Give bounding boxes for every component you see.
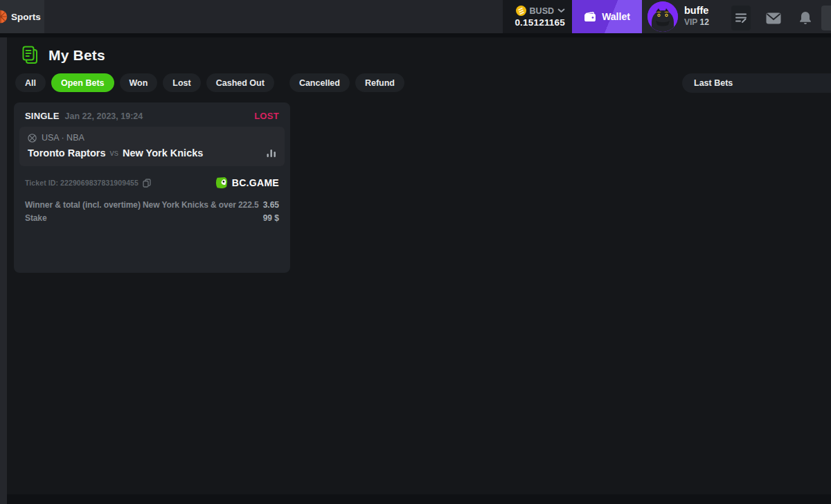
match-stats-button[interactable] [267,149,276,157]
copy-icon [143,179,151,188]
filter-refund[interactable]: Refund [355,73,404,92]
top-bar: Sports BUSD 0.15121165 Wallet [0,0,831,33]
wallet-icon [584,12,596,22]
busd-coin-icon [516,6,526,16]
selection-odds: 3.65 [263,199,279,212]
currency-code: BUSD [530,6,554,16]
home-team: Toronto Raptors [28,147,106,159]
avatar-monster-icon [647,1,678,32]
copy-ticket-button[interactable] [143,179,151,188]
left-edge-strip [0,37,7,504]
chat-button[interactable] [821,6,831,30]
stake-row: Stake 99 $ [25,212,279,225]
bet-card-header: SINGLE Jan 22, 2023, 19:24 LOST [14,102,290,127]
away-team: New York Knicks [123,147,203,159]
filter-chips: All Open Bets Won Lost Cashed Out Cancel… [15,73,404,92]
filter-cancelled[interactable]: Cancelled [289,73,350,92]
bottom-strip [7,494,831,504]
bcgame-logo-icon [215,177,228,189]
currency-selector[interactable]: BUSD 0.15121165 [503,0,572,33]
bet-list-icon [735,12,747,24]
ticket-id: Ticket ID: 2229069837831909455 [25,179,138,187]
filter-open-bets[interactable]: Open Bets [51,73,114,92]
league-basketball-icon [28,134,37,143]
bar-chart-icon [267,149,276,157]
league-label: USA · NBA [42,133,84,143]
notifications-button[interactable] [796,6,815,30]
ticket-row: Ticket ID: 2229069837831909455 BC.GAME [14,166,290,189]
bet-type: SINGLE [25,111,60,121]
page-header: My Bets [21,46,105,64]
match-panel[interactable]: USA · NBA Toronto Raptors vs New York Kn… [19,127,285,166]
filter-cashed-out[interactable]: Cashed Out [206,73,274,92]
sort-dropdown-label: Last Bets [694,78,733,88]
wallet-balance: 0.15121165 [515,17,565,28]
page-title: My Bets [48,47,105,64]
wallet-button[interactable]: Wallet [572,0,642,33]
sports-tab[interactable]: Sports [0,0,44,33]
brand-name: BC.GAME [232,177,279,188]
username: buffe [684,5,709,16]
basketball-icon [0,10,8,24]
stake-label: Stake [25,212,47,225]
bet-lines: Winner & total (incl. overtime) New York… [14,189,290,225]
wallet-button-label: Wallet [602,11,630,22]
vs-label: vs [110,148,119,158]
filter-won[interactable]: Won [120,73,158,92]
chevron-down-icon [557,8,565,13]
vip-level: VIP 12 [684,17,709,27]
sports-tab-label: Sports [11,12,41,22]
stake-value: 99 $ [263,212,279,225]
bet-list-button[interactable] [731,6,751,30]
messages-button[interactable] [764,6,783,30]
filter-all[interactable]: All [15,73,46,92]
my-bets-icon [21,46,39,64]
bet-date: Jan 22, 2023, 19:24 [65,111,143,121]
main-content: My Bets All Open Bets Won Lost Cashed Ou… [7,37,831,504]
brand-logo: BC.GAME [215,177,279,189]
filter-lost[interactable]: Lost [163,73,200,92]
selection-label: Winner & total (incl. overtime) New York… [25,199,259,212]
bell-icon [799,11,812,25]
user-block[interactable]: buffe VIP 12 [684,5,709,27]
bet-status-badge: LOST [254,111,279,121]
avatar[interactable] [647,1,678,32]
mail-icon [766,12,781,24]
sort-dropdown[interactable]: Last Bets [682,73,831,93]
bet-selection-row: Winner & total (incl. overtime) New York… [25,199,279,212]
bet-card: SINGLE Jan 22, 2023, 19:24 LOST USA · NB… [14,102,290,273]
